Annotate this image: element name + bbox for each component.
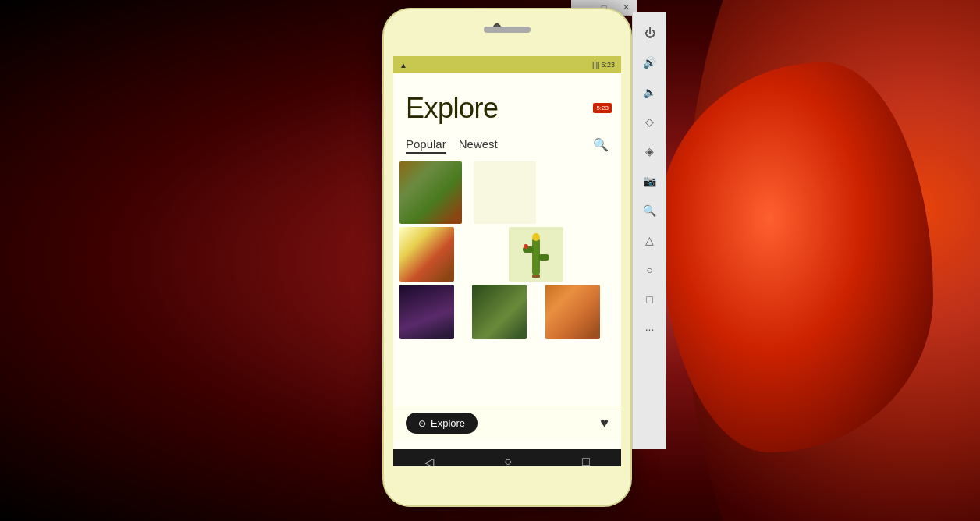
filter-tab-popular[interactable]: Popular	[406, 137, 446, 152]
volume-up-button[interactable]: 🔊	[636, 48, 664, 76]
photo-cactus[interactable]	[509, 227, 563, 282]
photo-row-1	[393, 158, 621, 224]
status-left: ▲	[399, 61, 407, 69]
photo-green-bg	[472, 285, 527, 339]
cactus-container	[509, 227, 563, 282]
phone-frame: ▲ |||| 5:23 5:23 Explore Popular Newest	[382, 8, 632, 507]
svg-point-3	[532, 233, 540, 241]
photo-orange-bg	[545, 285, 600, 339]
photo-orange[interactable]	[545, 285, 600, 339]
photo-plant-bg	[399, 161, 462, 224]
back-button[interactable]: ◁	[424, 455, 434, 467]
notification-icon: ▲	[399, 61, 407, 69]
status-right: |||| 5:23	[592, 61, 615, 69]
back-nav-ctrl[interactable]: △	[636, 226, 664, 254]
svg-rect-5	[532, 275, 540, 278]
notification-badge: 5:23	[593, 103, 612, 113]
android-nav-bar: ◁ ○ □	[393, 449, 621, 466]
volume-down-button[interactable]: 🔈	[636, 78, 664, 106]
filter-tabs: Popular Newest	[406, 137, 498, 152]
screenshot-button[interactable]: 📷	[636, 167, 664, 195]
favorites-button[interactable]: ♥	[600, 415, 609, 431]
photo-flower-bg	[399, 227, 454, 282]
recents-button[interactable]: □	[582, 455, 590, 466]
phone-screen: ▲ |||| 5:23 5:23 Explore Popular Newest	[393, 56, 621, 466]
photo-plant[interactable]	[399, 161, 462, 224]
rotate-left-button[interactable]: ◇	[636, 108, 664, 136]
home-nav-ctrl[interactable]: ○	[636, 256, 664, 284]
zoom-in-button[interactable]: 🔍	[636, 197, 664, 225]
photo-flower[interactable]	[399, 227, 454, 282]
photo-empty-1[interactable]	[474, 161, 536, 224]
more-ctrl-button[interactable]: ···	[636, 315, 664, 343]
recents-nav-ctrl[interactable]: □	[636, 285, 664, 314]
explore-pill-button[interactable]: ⊙ Explore	[406, 413, 478, 434]
photo-row-2	[393, 224, 621, 285]
photo-green-text[interactable]	[472, 285, 527, 339]
time-display: 5:23	[601, 61, 615, 69]
explore-title: Explore	[393, 73, 621, 131]
explore-pill-label: Explore	[431, 417, 465, 429]
power-button[interactable]: ⏻	[636, 19, 664, 47]
status-bar: ▲ |||| 5:23	[393, 56, 621, 73]
svg-point-4	[524, 244, 528, 249]
photo-dark-bg	[399, 285, 454, 339]
emulator-control-panel: ⏻ 🔊 🔈 ◇ ◈ 📷 🔍 △ ○ □ ···	[632, 12, 666, 449]
cactus-svg	[517, 229, 556, 280]
emulator-window: — □ ✕ ▲ |||| 5:23 5:23 Exp	[343, 0, 671, 521]
signal-icon: ||||	[592, 61, 599, 69]
app-tab-bar: ⊙ Explore ♥	[393, 406, 621, 440]
fish-body-decoration	[660, 62, 933, 452]
rotate-right-button[interactable]: ◈	[636, 137, 664, 165]
search-button[interactable]: 🔍	[593, 137, 609, 152]
compass-icon: ⊙	[418, 418, 426, 429]
phone-speaker	[484, 27, 531, 33]
photo-row-3	[393, 285, 621, 342]
filter-tab-newest[interactable]: Newest	[459, 137, 498, 152]
home-button[interactable]: ○	[504, 455, 512, 466]
photo-dark[interactable]	[399, 285, 454, 339]
app-content: Explore Popular Newest 🔍	[393, 73, 621, 449]
svg-rect-2	[538, 254, 549, 260]
filter-row: Popular Newest 🔍	[393, 131, 621, 158]
